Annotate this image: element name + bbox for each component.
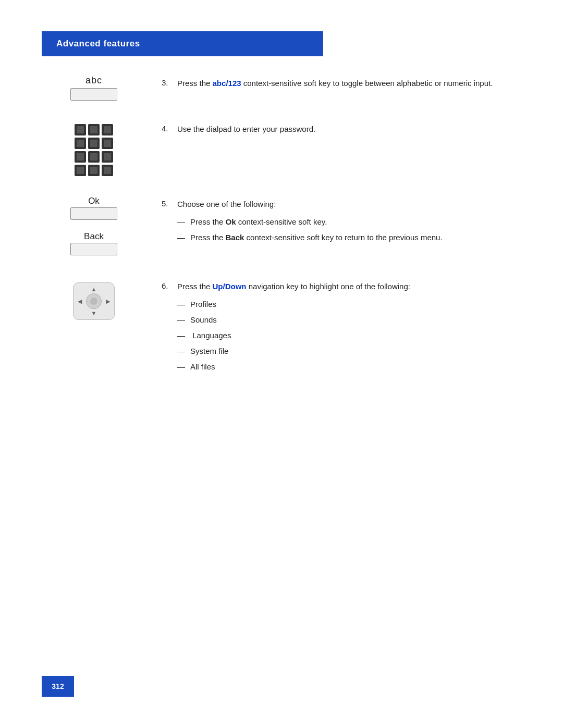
- header-title: Advanced features: [56, 39, 140, 48]
- step-6-sub-2: — Sounds: [177, 314, 410, 326]
- step-3-icon-col: abc: [42, 75, 146, 103]
- dash-icon-2: —: [177, 231, 185, 244]
- step-6-text-col: 6. Press the Up/Down navigation key to h…: [146, 278, 521, 391]
- sub-languages: Languages: [190, 329, 231, 342]
- header-banner: Advanced features: [42, 31, 323, 56]
- step-3-number: 3.: [162, 77, 177, 87]
- step-5-row: Ok Back 5. Choose one of the following:: [42, 196, 521, 262]
- step-4-content: 4. Use the dialpad to enter your passwor…: [162, 123, 521, 135]
- dialpad-key-4: [75, 138, 86, 149]
- step-5-sub-1-text: Press the Ok context-sensitive soft key.: [190, 216, 327, 228]
- ok-back-widget: Ok Back: [70, 196, 117, 255]
- back-highlight: Back: [226, 233, 244, 242]
- step-6-sub-4: — System file: [177, 345, 410, 357]
- step-5-icon-col: Ok Back: [42, 196, 146, 255]
- page-number: 312: [52, 682, 64, 690]
- step-4-number: 4.: [162, 123, 177, 133]
- dialpad-key-12: [102, 165, 113, 176]
- step-6-subitems: — Profiles — Sounds — Languages: [177, 298, 410, 373]
- abc-widget: abc: [70, 75, 117, 101]
- back-soft-key: [70, 243, 117, 255]
- sub-sounds: Sounds: [190, 314, 217, 326]
- updown-highlight: Up/Down: [213, 282, 247, 291]
- dash-6-4: —: [177, 345, 185, 357]
- ok-label: Ok: [70, 196, 117, 206]
- step-6-intro: Press the Up/Down navigation key to high…: [177, 280, 410, 293]
- dash-6-1: —: [177, 298, 185, 311]
- nav-center-button: [86, 293, 102, 309]
- dash-6-5: —: [177, 361, 185, 373]
- nav-up-arrow: ▲: [91, 286, 97, 292]
- step-5-subitems: — Press the Ok context-sensitive soft ke…: [177, 216, 443, 244]
- nav-down-arrow: ▼: [91, 310, 97, 316]
- ok-section: Ok: [70, 196, 117, 220]
- nav-center-inner: [90, 298, 97, 305]
- step-3-text-col: 3. Press the abc/123 context-sensitive s…: [146, 75, 521, 104]
- step-5-intro: Choose one of the following:: [177, 198, 443, 211]
- nav-right-arrow: ▶: [106, 298, 110, 305]
- step-3-content: 3. Press the abc/123 context-sensitive s…: [162, 77, 521, 90]
- step-3-text: Press the abc/123 context-sensitive soft…: [177, 77, 493, 90]
- soft-key-button: [70, 88, 117, 101]
- step-5-body: Choose one of the following: — Press the…: [177, 198, 443, 247]
- ok-highlight: Ok: [226, 217, 236, 226]
- dialpad-key-1: [75, 124, 86, 135]
- sub-profiles: Profiles: [190, 298, 216, 311]
- dialpad-key-9: [102, 151, 113, 163]
- dash-6-2: —: [177, 314, 185, 326]
- nav-left-arrow: ◀: [78, 298, 82, 305]
- step-4-icon-col: [42, 121, 146, 179]
- dialpad-key-5: [88, 138, 100, 149]
- dialpad-key-10: [75, 165, 86, 176]
- dash-icon: —: [177, 216, 185, 228]
- dialpad-key-8: [88, 151, 100, 163]
- back-section: Back: [70, 231, 117, 255]
- ok-soft-key: [70, 207, 117, 220]
- step-5-number: 5.: [162, 198, 177, 208]
- step-5-sub-2: — Press the Back context-sensitive soft …: [177, 231, 443, 244]
- step-6-number: 6.: [162, 280, 177, 290]
- dash-6-3: —: [177, 329, 185, 342]
- nav-key-widget: ▲ ▼ ◀ ▶: [73, 282, 115, 320]
- step-5-content: 5. Choose one of the following: — Press …: [162, 198, 521, 247]
- dialpad-key-6: [102, 138, 113, 149]
- dialpad-key-11: [88, 165, 100, 176]
- step-6-sub-1: — Profiles: [177, 298, 410, 311]
- step-5-text-col: 5. Choose one of the following: — Press …: [146, 196, 521, 262]
- page-container: Advanced features abc 3. Press the abc/1…: [0, 0, 563, 728]
- step-6-body: Press the Up/Down navigation key to high…: [177, 280, 410, 376]
- step-6-sub-3: — Languages: [177, 329, 410, 342]
- step-4-row: 4. Use the dialpad to enter your passwor…: [42, 121, 521, 179]
- step-6-sub-5: — All files: [177, 361, 410, 373]
- step-6-icon-col: ▲ ▼ ◀ ▶: [42, 278, 146, 320]
- page-number-box: 312: [42, 676, 74, 697]
- dialpad-key-2: [88, 124, 100, 135]
- sub-system-file: System file: [190, 345, 228, 357]
- step-4-text: Use the dialpad to enter your password.: [177, 123, 315, 135]
- back-label: Back: [70, 231, 117, 242]
- abc123-highlight: abc/123: [213, 79, 241, 88]
- abc-label: abc: [85, 75, 102, 86]
- step-3-row: abc 3. Press the abc/123 context-sensiti…: [42, 75, 521, 104]
- dialpad-widget: [75, 124, 113, 176]
- step-5-sub-2-text: Press the Back context-sensitive soft ke…: [190, 231, 443, 244]
- step-4-text-col: 4. Use the dialpad to enter your passwor…: [146, 121, 521, 150]
- sub-all-files: All files: [190, 361, 215, 373]
- step-6-row: ▲ ▼ ◀ ▶ 6. Press the Up/Down navigation …: [42, 278, 521, 391]
- dialpad-key-3: [102, 124, 113, 135]
- step-5-sub-1: — Press the Ok context-sensitive soft ke…: [177, 216, 443, 228]
- content-area: abc 3. Press the abc/123 context-sensiti…: [42, 75, 521, 408]
- step-6-content: 6. Press the Up/Down navigation key to h…: [162, 280, 521, 376]
- dialpad-key-7: [75, 151, 86, 163]
